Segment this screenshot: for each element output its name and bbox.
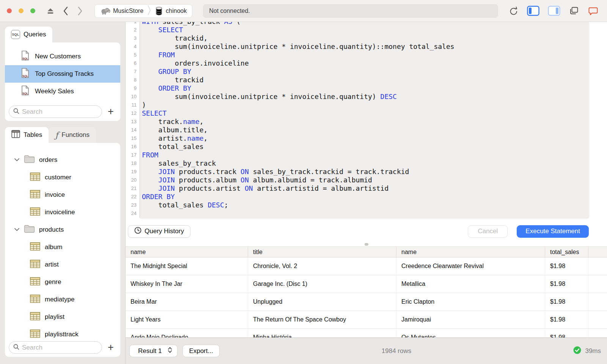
code-line[interactable]: track.name, [142,118,589,126]
column-header[interactable]: name [126,247,248,257]
table-cell[interactable]: Unplugged [248,293,396,311]
table-row[interactable]: The Midnight SpecialChronicle, Vol. 2Cre… [126,257,607,275]
table-cell[interactable]: The Midnight Special [126,257,248,275]
pane-splitter[interactable] [126,242,607,246]
tree-item-table[interactable]: playlist [5,308,120,326]
code-line[interactable]: ORDER BY [142,84,589,93]
tree-item-table[interactable]: album [5,238,120,256]
table-row[interactable]: Ando Meio DesligadoMinha HistóriaOs Muta… [126,329,607,337]
code-line[interactable]: ORDER BY [142,193,589,201]
table-row[interactable]: Light YearsThe Return Of The Space Cowbo… [126,311,607,329]
column-header[interactable]: name [396,247,545,257]
code-line[interactable]: FROM [142,51,589,59]
code-line[interactable]: sales_by_track [142,159,589,168]
table-cell[interactable]: $1.98 [545,311,588,328]
code-line[interactable]: sum(invoiceline.unitprice * invoiceline.… [142,42,589,51]
table-cell[interactable]: Ando Meio Desligado [126,329,248,337]
export-button[interactable]: Export... [182,345,219,357]
result-selector[interactable]: Result 1 [129,345,178,357]
code-document[interactable]: WITH sales_by_track AS ( SELECT trackid,… [140,22,589,218]
table-cell[interactable]: $1.98 [545,329,588,337]
code-line[interactable]: sum(invoiceline.unitprice * invoiceline.… [142,93,589,101]
code-line[interactable]: trackid, [142,34,589,42]
sql-editor[interactable]: 123456789101112131415161718192021222324 … [126,22,607,221]
breadcrumb-database[interactable]: chinook [151,6,190,16]
tab-tables[interactable]: Tables [5,127,49,143]
queries-search-input[interactable] [22,108,97,116]
code-line[interactable]: SELECT [142,109,589,118]
table-cell[interactable]: Os Mutantes [396,329,545,337]
tree-item-table[interactable]: playlisttrack [5,326,120,343]
close-button[interactable] [7,8,12,13]
code-line[interactable]: total_sales [142,143,589,151]
query-item[interactable]: SQLWeekly Sales [5,83,120,100]
table-cell[interactable]: Garage Inc. (Disc 1) [248,275,396,293]
column-header[interactable]: title [248,247,396,257]
eject-icon[interactable] [46,6,55,16]
table-cell[interactable]: Creedence Clearwater Revival [396,257,545,275]
code-line[interactable]: WITH sales_by_track AS ( [142,22,589,26]
code-line[interactable]: SELECT [142,26,589,34]
panel-right-icon[interactable] [548,6,560,16]
table-cell[interactable]: Metallica [396,275,545,293]
tree-item-table[interactable]: invoiceline [5,204,120,221]
tree-item-table[interactable]: artist [5,256,120,273]
table-cell[interactable]: $1.98 [545,293,588,311]
queries-search-field[interactable] [9,105,102,118]
table-cell[interactable]: Minha História [248,329,396,337]
chevron-down-icon[interactable] [14,226,20,234]
zoom-button[interactable] [30,8,35,13]
tab-functions[interactable]: ƒ Functions [49,127,96,143]
code-line[interactable]: album.title, [142,126,589,134]
table-cell[interactable]: The Return Of The Space Cowboy [248,311,396,328]
code-line[interactable]: JOIN products.track ON sales_by_track.tr… [142,168,589,176]
chevron-down-icon[interactable] [14,156,20,164]
tab-queries[interactable]: SQL Queries [5,27,52,42]
tree-item-folder[interactable]: orders [5,151,120,169]
add-table-button[interactable]: + [106,342,116,353]
minimize-button[interactable] [19,8,24,13]
back-button[interactable] [63,6,69,16]
code-line[interactable]: JOIN products.album ON album.albumid = t… [142,176,589,184]
tree-item-table[interactable]: customer [5,169,120,186]
code-line[interactable]: JOIN products.artist ON artist.artistid … [142,184,589,193]
table-cell[interactable]: Chronicle, Vol. 2 [248,257,396,275]
code-line[interactable]: ) [142,101,589,109]
tree-item-table[interactable]: mediatype [5,291,120,308]
query-item[interactable]: SQLNew Customers [5,48,120,65]
table-row[interactable]: Whiskey In The JarGarage Inc. (Disc 1)Me… [126,275,607,293]
code-line[interactable]: trackid [142,76,589,84]
code-line[interactable]: GROUP BY [142,67,589,76]
tables-search-input[interactable] [22,344,97,351]
table-cell[interactable]: Jamiroquai [396,311,545,328]
column-header[interactable]: total_sales [545,247,588,257]
table-cell[interactable]: Beira Mar [126,293,248,311]
table-cell-filler [588,275,607,293]
windows-icon[interactable] [569,6,579,16]
query-history-button[interactable]: Query History [128,225,190,238]
refresh-button[interactable] [509,6,519,16]
table-cell[interactable]: Whiskey In The Jar [126,275,248,293]
table-cell[interactable]: $1.98 [545,275,588,293]
code-line[interactable] [142,209,589,218]
query-item[interactable]: SQLTop Grossing Tracks [5,65,120,83]
tree-item-table[interactable]: genre [5,273,120,291]
table-row[interactable]: Beira MarUnpluggedEric Clapton$1.98 [126,293,607,311]
code-line[interactable]: total_sales DESC; [142,201,589,209]
add-query-button[interactable]: + [106,107,116,117]
forward-button[interactable] [77,6,83,16]
code-line[interactable]: artist.name, [142,134,589,143]
table-cell[interactable]: Light Years [126,311,248,328]
tree-item-folder[interactable]: products [5,221,120,238]
breadcrumb-server[interactable]: MusicStore [96,6,147,16]
code-line[interactable]: FROM [142,151,589,159]
code-line[interactable]: orders.invoiceline [142,59,589,67]
execute-statement-button[interactable]: Execute Statement [517,225,589,238]
cancel-button[interactable]: Cancel [468,225,508,238]
table-cell[interactable]: Eric Clapton [396,293,545,311]
panel-left-icon[interactable] [527,6,539,16]
tables-search-field[interactable] [9,341,102,354]
table-cell[interactable]: $1.98 [545,257,588,275]
tree-item-table[interactable]: invoice [5,186,120,204]
chat-icon[interactable] [588,6,599,16]
